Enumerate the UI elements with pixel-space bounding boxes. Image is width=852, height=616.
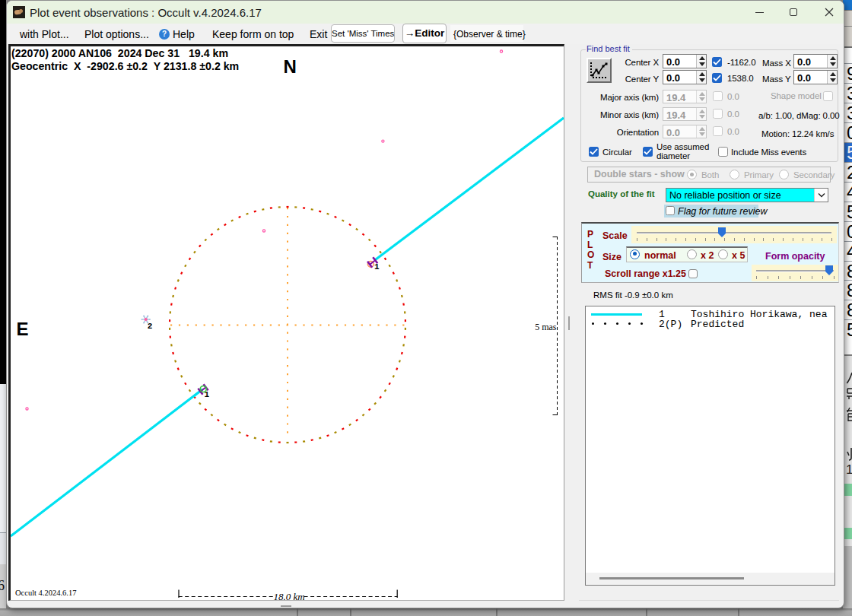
svg-text:N: N [284, 56, 297, 77]
svg-text:18.0 km: 18.0 km [273, 591, 304, 600]
svg-text:Geocentric X -2902.6 ±0.2 Y: Geocentric X -2902.6 ±0.2 Y 2131.8 ±0.2 … [11, 60, 239, 72]
svg-text:5 mas: 5 mas [535, 322, 557, 332]
svg-text:1: 1 [374, 262, 380, 271]
svg-text:Occult 4.2024.6.17: Occult 4.2024.6.17 [15, 589, 77, 597]
svg-text:(22070) 2000 AN106 2024 Dec 3: (22070) 2000 AN106 2024 Dec 31 19.4 km [11, 47, 228, 59]
svg-text:E: E [17, 319, 29, 339]
svg-text:1: 1 [205, 390, 210, 399]
